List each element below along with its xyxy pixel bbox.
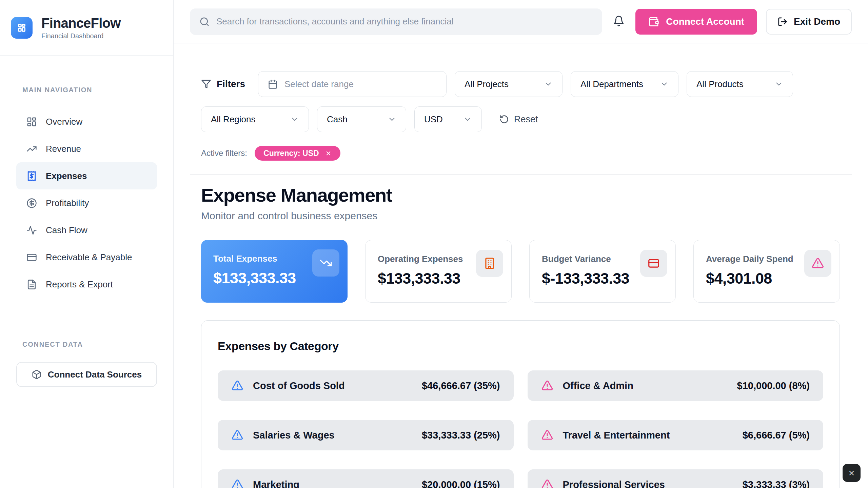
category-value: $20,000.00 (15%) [422, 479, 500, 488]
page-title: Expense Management [201, 184, 840, 206]
payment-method-dropdown[interactable]: Cash [317, 106, 406, 132]
sidebar-item-label: Profitability [46, 198, 89, 208]
stat-card-budget-variance[interactable]: Budget Variance $-133,333.33 [529, 240, 676, 303]
category-row-marketing[interactable]: Marketing $20,000.00 (15%) [218, 469, 514, 488]
building-icon [483, 257, 496, 270]
search-icon [199, 17, 210, 27]
exit-demo-button[interactable]: Exit Demo [766, 9, 852, 35]
app-logo-row: FinanceFlow Financial Dashboard [0, 0, 173, 56]
category-value: $6,666.67 (5%) [743, 430, 810, 441]
stat-icon-chip [312, 249, 339, 277]
content: Filters Select date range All Projects [174, 43, 868, 488]
connect-data-sources-button[interactable]: Connect Data Sources [16, 362, 157, 387]
date-range-placeholder: Select date range [284, 79, 437, 89]
projects-filter-value: All Projects [465, 79, 537, 89]
filters-toggle[interactable]: Filters [201, 79, 245, 89]
chevron-down-icon [290, 115, 299, 124]
sidebar-item-revenue[interactable]: Revenue [16, 135, 157, 162]
sidebar-item-expenses[interactable]: Expenses [16, 162, 157, 189]
chevron-down-icon [660, 80, 669, 88]
currency-dropdown[interactable]: USD [414, 106, 482, 132]
close-icon: × [849, 467, 855, 479]
funnel-icon [201, 79, 211, 89]
calendar-icon [268, 79, 278, 89]
category-label: Professional Services [563, 479, 733, 488]
category-row-cost-of-goods-sold[interactable]: Cost of Goods Sold $46,666.67 (35%) [218, 370, 514, 401]
sidebar-item-cash-flow[interactable]: Cash Flow [16, 217, 157, 244]
alert-triangle-icon [541, 380, 553, 392]
regions-filter-value: All Regions [211, 114, 283, 125]
alert-triangle-icon [541, 479, 553, 488]
sidebar: FinanceFlow Financial Dashboard MAIN NAV… [0, 0, 174, 488]
sidebar-item-overview[interactable]: Overview [16, 108, 157, 135]
alert-triangle-icon [231, 380, 243, 392]
sidebar-item-receivable-payable[interactable]: Receivable & Payable [16, 244, 157, 271]
credit-card-icon [26, 252, 37, 263]
overlay-close-button[interactable]: × [843, 464, 861, 482]
stat-icon-chip [804, 250, 831, 277]
search-input[interactable] [216, 16, 593, 27]
app-logo [11, 17, 33, 39]
app-tagline: Financial Dashboard [41, 32, 120, 40]
receipt-icon [26, 171, 37, 181]
chevron-down-icon [463, 115, 472, 124]
alert-triangle-icon [231, 429, 243, 441]
sidebar-item-reports-export[interactable]: Reports & Export [16, 271, 157, 298]
connect-data-label: CONNECT DATA [22, 341, 173, 348]
category-label: Cost of Goods Sold [253, 380, 412, 391]
wallet-icon [648, 16, 659, 27]
products-filter-dropdown[interactable]: All Products [687, 71, 793, 97]
chevron-down-icon [388, 115, 396, 124]
sidebar-item-label: Reports & Export [46, 279, 113, 290]
payment-method-value: Cash [327, 114, 381, 125]
departments-filter-dropdown[interactable]: All Departments [571, 71, 678, 97]
activity-icon [26, 225, 37, 236]
category-value: $46,666.67 (35%) [422, 380, 500, 391]
active-filters-label: Active filters: [201, 148, 247, 158]
stat-card-total-expenses[interactable]: Total Expenses $133,333.33 [201, 240, 348, 303]
rotate-ccw-icon [499, 115, 509, 124]
sidebar-item-label: Cash Flow [46, 225, 87, 236]
sidebar-item-profitability[interactable]: Profitability [16, 189, 157, 217]
connect-account-button[interactable]: Connect Account [635, 9, 757, 35]
dashboard-icon [26, 117, 37, 127]
alert-triangle-icon [541, 429, 553, 441]
stat-icon-chip [640, 250, 667, 277]
search-bar[interactable] [190, 8, 602, 35]
top-bar: Connect Account Exit Demo [174, 0, 868, 43]
cube-icon [32, 369, 42, 380]
app-title: FinanceFlow [41, 16, 120, 31]
category-value: $33,333.33 (25%) [422, 430, 500, 441]
reset-filters-button[interactable]: Reset [499, 114, 538, 125]
projects-filter-dropdown[interactable]: All Projects [455, 71, 563, 97]
filters-label: Filters [217, 79, 245, 89]
category-row-salaries-wages[interactable]: Salaries & Wages $33,333.33 (25%) [218, 420, 514, 450]
active-filter-chip-currency[interactable]: Currency: USD [255, 146, 340, 161]
category-row-travel-entertainment[interactable]: Travel & Entertainment $6,666.67 (5%) [528, 420, 824, 450]
category-row-office-admin[interactable]: Office & Admin $10,000.00 (8%) [528, 370, 824, 401]
credit-card-icon [647, 257, 660, 270]
bell-icon [613, 15, 625, 27]
stat-icon-chip [476, 250, 503, 277]
date-range-picker[interactable]: Select date range [258, 71, 447, 97]
sidebar-item-label: Overview [46, 117, 82, 127]
section-divider [190, 174, 852, 175]
category-label: Office & Admin [563, 380, 728, 391]
category-value: $10,000.00 (8%) [737, 380, 810, 391]
stat-card-operating-expenses[interactable]: Operating Expenses $133,333.33 [365, 240, 512, 303]
departments-filter-value: All Departments [580, 79, 653, 89]
category-list: Cost of Goods Sold $46,666.67 (35%) Offi… [218, 370, 823, 488]
notifications-button[interactable] [611, 15, 627, 28]
filters-panel: Filters Select date range All Projects [201, 71, 840, 161]
close-icon[interactable] [325, 150, 332, 157]
regions-filter-dropdown[interactable]: All Regions [201, 106, 309, 132]
category-label: Travel & Entertainment [563, 430, 733, 441]
category-row-professional-services[interactable]: Professional Services $3,333.33 (3%) [528, 469, 824, 488]
connect-data-sources-label: Connect Data Sources [48, 369, 142, 380]
sidebar-item-label: Expenses [46, 171, 87, 181]
stat-card-average-daily-spend[interactable]: Average Daily Spend $4,301.08 [693, 240, 840, 303]
main-area: Connect Account Exit Demo Filters [174, 0, 868, 488]
sidebar-item-label: Receivable & Payable [46, 252, 132, 263]
alert-triangle-icon [811, 257, 824, 270]
currency-value: USD [424, 114, 456, 125]
